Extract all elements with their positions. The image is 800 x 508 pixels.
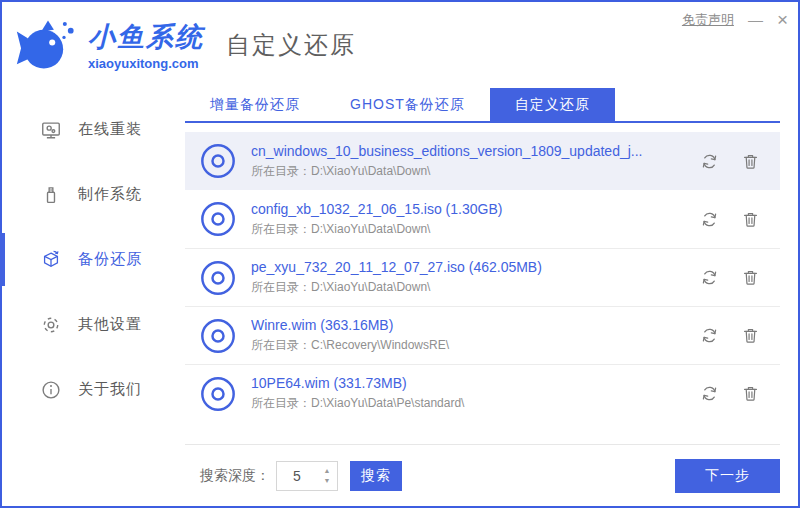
row-actions — [700, 384, 760, 403]
file-path: 所在目录：D:\XiaoYu\Data\Pe\standard\ — [251, 395, 688, 412]
delete-icon[interactable] — [741, 268, 760, 287]
sidebar-item-label: 制作系统 — [78, 185, 142, 204]
file-info: Winre.wim (363.16MB) 所在目录：C:\Recovery\Wi… — [251, 317, 688, 354]
titlebar-controls: 免责声明 — × — [682, 10, 788, 29]
search-depth-value: 5 — [277, 468, 317, 484]
disc-icon — [199, 259, 237, 297]
disc-icon — [199, 200, 237, 238]
sidebar-item-label: 其他设置 — [78, 315, 142, 334]
refresh-icon[interactable] — [700, 210, 719, 229]
table-row[interactable]: pe_xyu_732_20_11_12_07_27.iso (462.05MB)… — [185, 248, 780, 306]
row-actions — [700, 326, 760, 345]
row-actions — [700, 152, 760, 171]
refresh-icon[interactable] — [700, 268, 719, 287]
file-name: Winre.wim (363.16MB) — [251, 317, 688, 333]
row-actions — [700, 268, 760, 287]
stepper-down-icon[interactable]: ▼ — [324, 476, 331, 485]
page-title: 自定义还原 — [226, 29, 356, 61]
file-info: config_xb_1032_21_06_15.iso (1.30GB) 所在目… — [251, 201, 688, 238]
sidebar-item-about-us[interactable]: 关于我们 — [2, 357, 185, 422]
backup-file-list: cn_windows_10_business_editions_version_… — [185, 132, 780, 422]
table-row[interactable]: cn_windows_10_business_editions_version_… — [185, 132, 780, 190]
minimize-button[interactable]: — — [748, 12, 763, 27]
sidebar-item-label: 关于我们 — [78, 380, 142, 399]
header: 小鱼系统 xiaoyuxitong.com 自定义还原 — [2, 2, 798, 88]
search-button[interactable]: 搜索 — [350, 461, 402, 491]
file-path: 所在目录：D:\XiaoYu\Data\Down\ — [251, 279, 688, 296]
file-path: 所在目录：C:\Recovery\WindowsRE\ — [251, 337, 688, 354]
tab-label: 自定义还原 — [515, 96, 590, 114]
backup-icon — [40, 249, 62, 271]
refresh-icon[interactable] — [700, 152, 719, 171]
tab-label: 增量备份还原 — [210, 96, 300, 114]
sidebar-item-online-reinstall[interactable]: 在线重装 — [2, 97, 185, 162]
monitor-icon — [40, 119, 62, 141]
info-icon — [40, 379, 62, 401]
table-row[interactable]: Winre.wim (363.16MB) 所在目录：C:\Recovery\Wi… — [185, 306, 780, 364]
footer-bar: 搜索深度： 5 ▲ ▼ 搜索 下一步 — [185, 444, 780, 506]
file-name: pe_xyu_732_20_11_12_07_27.iso (462.05MB) — [251, 259, 688, 275]
file-name: cn_windows_10_business_editions_version_… — [251, 143, 688, 159]
search-depth-stepper[interactable]: 5 ▲ ▼ — [276, 461, 338, 491]
stepper-up-icon[interactable]: ▲ — [324, 466, 331, 475]
table-row[interactable]: 10PE64.wim (331.73MB) 所在目录：D:\XiaoYu\Dat… — [185, 364, 780, 422]
brand-block: 小鱼系统 xiaoyuxitong.com — [88, 19, 204, 71]
sidebar-item-backup-restore[interactable]: 备份还原 — [2, 227, 185, 292]
sidebar-item-label: 备份还原 — [78, 250, 142, 269]
delete-icon[interactable] — [741, 326, 760, 345]
sidebar-item-label: 在线重装 — [78, 120, 142, 139]
content-area: 在线重装 制作系统 备份还原 其他设置 关于我们 增量备份还原 GHOST备份还… — [2, 88, 798, 506]
tab-bar: 增量备份还原 GHOST备份还原 自定义还原 — [185, 88, 780, 123]
tab-1[interactable]: GHOST备份还原 — [325, 88, 490, 121]
disclaimer-link[interactable]: 免责声明 — [682, 11, 734, 29]
search-depth-label: 搜索深度： — [200, 467, 270, 485]
file-path: 所在目录：D:\XiaoYu\Data\Down\ — [251, 163, 688, 180]
file-path: 所在目录：D:\XiaoYu\Data\Down\ — [251, 221, 688, 238]
fish-logo-icon — [16, 15, 80, 75]
brand-domain: xiaoyuxitong.com — [88, 56, 204, 71]
file-name: config_xb_1032_21_06_15.iso (1.30GB) — [251, 201, 688, 217]
sidebar-item-other-settings[interactable]: 其他设置 — [2, 292, 185, 357]
refresh-icon[interactable] — [700, 326, 719, 345]
tab-label: GHOST备份还原 — [350, 96, 465, 114]
table-row[interactable]: config_xb_1032_21_06_15.iso (1.30GB) 所在目… — [185, 190, 780, 248]
main-panel: 增量备份还原 GHOST备份还原 自定义还原 cn_windows_10_bus… — [185, 88, 780, 506]
file-info: pe_xyu_732_20_11_12_07_27.iso (462.05MB)… — [251, 259, 688, 296]
file-info: 10PE64.wim (331.73MB) 所在目录：D:\XiaoYu\Dat… — [251, 375, 688, 412]
tab-0[interactable]: 增量备份还原 — [185, 88, 325, 121]
stepper-arrows: ▲ ▼ — [317, 462, 337, 490]
brand-name: 小鱼系统 — [88, 19, 204, 55]
tab-2[interactable]: 自定义还原 — [490, 88, 615, 121]
disc-icon — [199, 142, 237, 180]
sidebar-item-make-system[interactable]: 制作系统 — [2, 162, 185, 227]
file-name: 10PE64.wim (331.73MB) — [251, 375, 688, 391]
delete-icon[interactable] — [741, 152, 760, 171]
disc-icon — [199, 317, 237, 355]
disc-icon — [199, 375, 237, 413]
file-info: cn_windows_10_business_editions_version_… — [251, 143, 688, 180]
delete-icon[interactable] — [741, 384, 760, 403]
gear-icon — [40, 314, 62, 336]
sidebar: 在线重装 制作系统 备份还原 其他设置 关于我们 — [2, 88, 185, 506]
next-step-button[interactable]: 下一步 — [675, 459, 780, 493]
usb-icon — [40, 184, 62, 206]
delete-icon[interactable] — [741, 210, 760, 229]
refresh-icon[interactable] — [700, 384, 719, 403]
app-window: 免责声明 — × 小鱼系统 xiaoyuxitong.com 自定义还原 在线重… — [0, 0, 800, 508]
close-button[interactable]: × — [777, 10, 788, 29]
row-actions — [700, 210, 760, 229]
